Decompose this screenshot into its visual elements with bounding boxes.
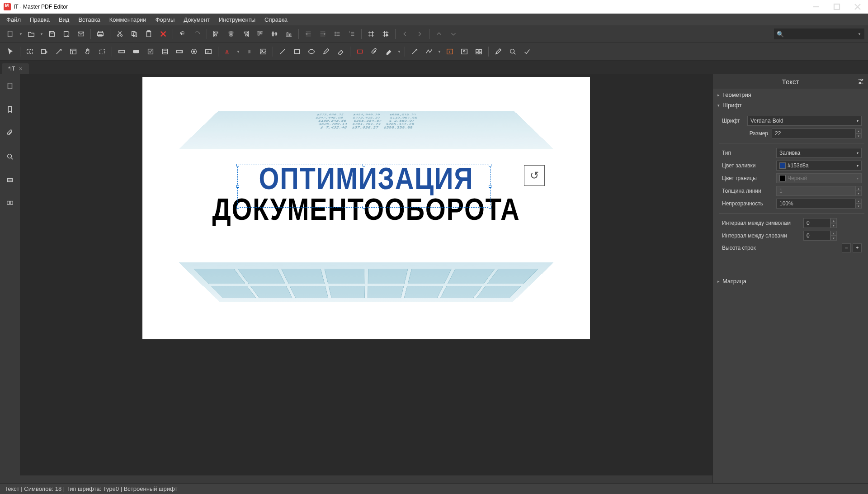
- form-icon[interactable]: [66, 45, 80, 58]
- menu-file[interactable]: Файл: [2, 14, 25, 25]
- dropdown-icon[interactable]: ▼: [396, 50, 402, 54]
- button-field-icon[interactable]: [129, 45, 143, 58]
- align-left-icon[interactable]: [210, 27, 223, 41]
- email-icon[interactable]: [74, 27, 88, 41]
- edit-object-icon[interactable]: [52, 45, 66, 58]
- type-select[interactable]: Заливка▾: [776, 148, 862, 158]
- attachment-icon[interactable]: [368, 45, 381, 58]
- fill-color-select[interactable]: #153d8a▾: [776, 161, 862, 171]
- menu-document[interactable]: Документ: [179, 14, 214, 25]
- dropdown-icon[interactable]: ▼: [437, 50, 442, 54]
- spinner-down[interactable]: ▼: [830, 223, 837, 228]
- print-icon[interactable]: [94, 27, 107, 41]
- tab-it[interactable]: *IT ✕: [2, 63, 29, 74]
- text-select-icon[interactable]: T: [23, 45, 37, 58]
- spinner-up[interactable]: ▲: [855, 199, 862, 204]
- menu-help[interactable]: Справка: [260, 14, 292, 25]
- checkbox-icon[interactable]: [144, 45, 157, 58]
- link-rect-icon[interactable]: [353, 45, 367, 58]
- line-height-plus[interactable]: +: [853, 243, 862, 252]
- menu-insert[interactable]: Вставка: [74, 14, 104, 25]
- indent-right-icon[interactable]: [316, 27, 330, 41]
- align-right-icon[interactable]: [239, 27, 252, 41]
- pointer-icon[interactable]: [4, 45, 17, 58]
- cut-icon[interactable]: [113, 27, 127, 41]
- save-icon[interactable]: [45, 27, 59, 41]
- opacity-input[interactable]: 100%: [776, 199, 855, 209]
- signature-field-icon[interactable]: [202, 45, 215, 58]
- list-icon[interactable]: [330, 27, 344, 41]
- highlight-icon[interactable]: [382, 45, 396, 58]
- radio-icon[interactable]: [187, 45, 201, 58]
- text-box-icon[interactable]: T: [443, 45, 457, 58]
- section-matrix[interactable]: Матрица: [713, 276, 868, 286]
- bookmarks-icon[interactable]: [3, 102, 17, 117]
- nav-down-icon[interactable]: [447, 27, 460, 41]
- dropdown-icon[interactable]: ▼: [39, 32, 44, 36]
- dropdown-icon[interactable]: ▼: [18, 32, 24, 36]
- spinner-up[interactable]: ▲: [830, 231, 837, 236]
- edit-text-icon[interactable]: [38, 45, 51, 58]
- section-geometry[interactable]: Геометрия: [713, 90, 868, 100]
- menu-forms[interactable]: Формы: [151, 14, 179, 25]
- dropdown-icon[interactable]: ▼: [857, 32, 862, 36]
- arrow-tool-icon[interactable]: [408, 45, 421, 58]
- text-insert-icon[interactable]: T: [242, 45, 255, 58]
- paste-icon[interactable]: [142, 27, 156, 41]
- text-field-icon[interactable]: [115, 45, 128, 58]
- sign-pen-icon[interactable]: [491, 45, 505, 58]
- nav-up-icon[interactable]: [432, 27, 446, 41]
- save-as-icon[interactable]: [60, 27, 73, 41]
- spinner-up[interactable]: ▲: [830, 218, 837, 223]
- attachments-panel-icon[interactable]: [3, 126, 17, 140]
- horizontal-scrollbar[interactable]: [20, 475, 712, 483]
- listbox-icon[interactable]: [158, 45, 172, 58]
- menu-comments[interactable]: Комментарии: [105, 14, 151, 25]
- pencil-icon[interactable]: [319, 45, 333, 58]
- text-selection[interactable]: [237, 165, 491, 208]
- polyline-icon[interactable]: [422, 45, 436, 58]
- menu-view[interactable]: Вид: [54, 14, 74, 25]
- open-file-icon[interactable]: [24, 27, 38, 41]
- page[interactable]: $573,930.25 $454,949.29 $988,618.21 $347…: [142, 77, 590, 339]
- close-icon[interactable]: ✕: [19, 66, 23, 72]
- line-tool-icon[interactable]: [276, 45, 289, 58]
- eraser-icon[interactable]: [334, 45, 347, 58]
- pages-panel-icon[interactable]: [3, 79, 17, 93]
- hand-icon[interactable]: [81, 45, 94, 58]
- marquee-icon[interactable]: [95, 45, 109, 58]
- search-input[interactable]: [786, 31, 857, 37]
- stamp-icon[interactable]: [458, 45, 471, 58]
- dropdown-icon[interactable]: ▼: [236, 50, 241, 54]
- close-button[interactable]: [847, 0, 868, 14]
- align-center-v-icon[interactable]: [268, 27, 281, 41]
- word-spacing-input[interactable]: 0: [803, 231, 830, 241]
- size-input[interactable]: 22: [772, 128, 855, 138]
- grid-icon[interactable]: [364, 27, 378, 41]
- line-height-minus[interactable]: −: [842, 243, 851, 252]
- snap-icon[interactable]: [379, 27, 392, 41]
- new-file-icon[interactable]: [4, 27, 17, 41]
- checkmark-icon[interactable]: [520, 45, 534, 58]
- redo-icon[interactable]: [190, 27, 204, 41]
- spinner-down[interactable]: ▼: [830, 236, 837, 241]
- char-spacing-input[interactable]: 0: [803, 218, 830, 228]
- undo-icon[interactable]: [176, 27, 189, 41]
- rotate-handle-icon[interactable]: ↺: [524, 165, 545, 186]
- menu-tools[interactable]: Инструменты: [214, 14, 260, 25]
- menu-edit[interactable]: Правка: [25, 14, 54, 25]
- zoom-tool-icon[interactable]: [506, 45, 519, 58]
- section-font[interactable]: Шрифт: [713, 100, 868, 110]
- spinner-down[interactable]: ▼: [855, 133, 862, 138]
- text-tool-icon[interactable]: A: [221, 45, 235, 58]
- image-insert-icon[interactable]: [256, 45, 270, 58]
- search-box[interactable]: 🔍 ▼: [774, 28, 864, 39]
- numbered-list-icon[interactable]: 1: [345, 27, 359, 41]
- rect-tool-icon[interactable]: [290, 45, 304, 58]
- initials-icon[interactable]: [472, 45, 486, 58]
- thumbnails-icon[interactable]: [3, 196, 17, 211]
- maximize-button[interactable]: [826, 0, 847, 14]
- combobox-icon[interactable]: [173, 45, 186, 58]
- layers-icon[interactable]: [3, 173, 17, 187]
- next-page-icon[interactable]: [413, 27, 426, 41]
